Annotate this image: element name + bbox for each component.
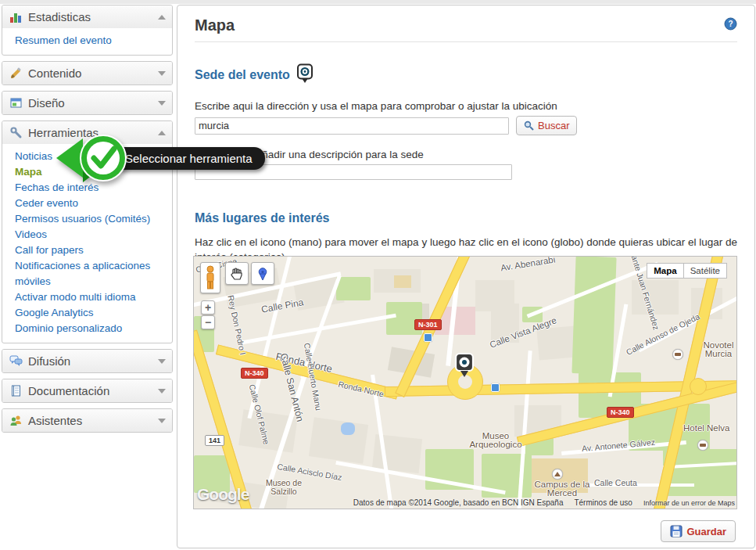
road-shield: 141 — [205, 435, 224, 446]
description-label: Aqui puedes añadir una descripción para … — [195, 149, 737, 160]
sidebar-section-documentacion: Documentación — [2, 379, 173, 403]
map-type-map[interactable]: Mapa — [647, 263, 683, 279]
svg-text:?: ? — [728, 20, 733, 28]
sidebar-item[interactable]: Call for papers — [15, 243, 164, 258]
places-heading: Más lugares de interés — [195, 211, 737, 225]
place-pin-button[interactable] — [251, 262, 274, 285]
search-icon — [524, 120, 534, 131]
map-bld — [309, 417, 368, 463]
chevron-down-icon — [158, 71, 166, 76]
map-park — [571, 256, 616, 375]
map-tan — [394, 275, 411, 288]
map-type-satellite[interactable]: Satélite — [684, 263, 727, 279]
sidebar-section-label: Asistentes — [28, 414, 158, 427]
chevron-up-icon — [158, 131, 166, 135]
hotel-icon — [672, 349, 683, 360]
main-panel: Mapa ? Sede del evento Escribe aqui la d… — [177, 5, 755, 548]
sidebar-item[interactable]: Permisos usuarios (Comités) — [15, 211, 164, 227]
terms-link[interactable]: Términos de uso — [574, 498, 632, 507]
road-shield: N-301 — [414, 319, 442, 330]
sidebar-header-documentacion[interactable]: Documentación — [2, 379, 172, 402]
road-shield: N-340 — [607, 407, 634, 418]
map-bld — [491, 304, 519, 343]
pegman-icon — [203, 265, 217, 290]
sidebar-item[interactable]: Videos — [15, 227, 164, 243]
page-title: Mapa — [195, 16, 235, 34]
sidebar: Estadisticas Resumen del evento Contenid… — [2, 5, 173, 438]
notebook-icon — [9, 384, 23, 397]
sidebar-item[interactable]: Notificaciones a aplicaciones móviles — [15, 258, 164, 289]
check-icon — [55, 128, 133, 189]
chevron-down-icon — [158, 359, 166, 364]
search-button[interactable]: Buscar — [516, 116, 577, 135]
sidebar-section-contenido: Contenido — [2, 61, 173, 85]
sidebar-section-label: Documentación — [28, 384, 158, 397]
map-st — [335, 461, 506, 494]
address-input[interactable] — [195, 117, 509, 135]
hand-icon — [230, 267, 244, 281]
venue-marker-icon — [296, 63, 314, 87]
chat-bubbles-icon — [9, 354, 23, 368]
zoom-out-button[interactable]: − — [201, 315, 215, 329]
pin-icon — [256, 267, 269, 281]
sidebar-section-label: Contenido — [28, 67, 158, 80]
pegman-control[interactable] — [200, 262, 220, 293]
sidebar-section-difusion: Difusión — [2, 349, 173, 373]
tooltip: Seleccionar herramienta — [113, 147, 265, 170]
help-icon[interactable]: ? — [724, 17, 737, 34]
map-park — [336, 277, 371, 300]
people-icon — [9, 414, 23, 427]
university-icon — [552, 469, 563, 480]
save-button[interactable]: Guardar — [661, 520, 736, 542]
layout-icon — [9, 96, 23, 110]
chevron-down-icon — [158, 389, 166, 394]
zoom-in-button[interactable]: + — [201, 300, 215, 315]
google-logo: Google — [197, 485, 249, 504]
map-type-control: Mapa Satélite — [647, 263, 727, 279]
map-pond — [341, 422, 355, 435]
sidebar-section-asistentes: Asistentes — [2, 408, 173, 433]
sidebar-item[interactable]: Resumen del evento — [15, 33, 164, 49]
map-label: Novotel Murcia — [699, 341, 737, 358]
sidebar-header-diseno[interactable]: Diseño — [2, 92, 172, 114]
top-strip — [0, 0, 756, 4]
venue-map-marker[interactable] — [453, 352, 475, 382]
bus-icon — [491, 383, 500, 392]
map-st — [585, 483, 694, 487]
sidebar-items: Resumen del evento — [2, 28, 172, 55]
sidebar-header-asistentes[interactable]: Asistentes — [2, 409, 172, 432]
address-label: Escribe aqui la dirección y usa el mapa … — [195, 100, 737, 112]
bar-chart-icon — [9, 10, 23, 23]
sidebar-section-diseno: Diseño — [2, 91, 173, 115]
bus-icon — [424, 333, 432, 342]
map-label: Av. Abenarabi — [500, 256, 556, 272]
sidebar-item[interactable]: Dominio personalizado — [15, 321, 164, 336]
wrench-icon — [9, 126, 23, 139]
venue-heading: Sede del evento — [195, 68, 290, 82]
report-error-link[interactable]: Informar de un error de Maps — [643, 499, 735, 507]
divider — [195, 41, 737, 42]
sidebar-section-label: Diseño — [28, 96, 158, 110]
sidebar-header-difusion[interactable]: Difusión — [2, 350, 172, 372]
chevron-down-icon — [158, 101, 166, 106]
pan-hand-button[interactable] — [225, 262, 249, 285]
road-shield: N-340 — [241, 368, 268, 379]
sidebar-header-estadisticas[interactable]: Estadisticas — [2, 5, 172, 28]
sidebar-item[interactable]: Activar modo multi idioma — [15, 289, 164, 305]
map-canvas[interactable]: Calle CisneCalle PinaRey Don Pedro IAv. … — [193, 256, 737, 509]
sidebar-item[interactable]: Google Analytics — [15, 305, 164, 321]
chevron-down-icon — [158, 419, 166, 423]
floppy-icon — [670, 525, 683, 537]
sidebar-item[interactable]: Ceder evento — [15, 196, 164, 211]
sidebar-section-estadisticas: Estadisticas Resumen del evento — [2, 5, 173, 56]
map-label: Calle Acisclo Díaz — [277, 462, 343, 482]
chevron-up-icon — [158, 15, 166, 20]
map-road — [690, 378, 707, 395]
sidebar-section-label: Estadisticas — [28, 10, 158, 23]
hotel-icon — [697, 440, 708, 451]
sidebar-section-label: Difusión — [28, 354, 158, 368]
selection-badge — [55, 128, 133, 192]
map-bld — [632, 280, 679, 315]
map-attribution: Datos de mapa ©2014 Google, basado en BC… — [353, 498, 564, 507]
sidebar-header-contenido[interactable]: Contenido — [2, 62, 172, 84]
